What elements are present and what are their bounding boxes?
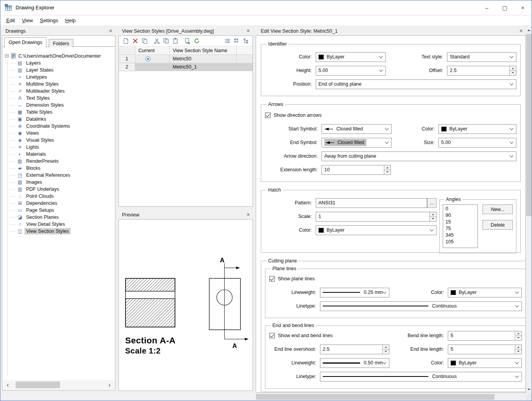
scroll-thumb[interactable] xyxy=(256,394,495,400)
tree-item[interactable]: ◉ Views xyxy=(17,130,115,137)
delete-style-button[interactable] xyxy=(131,37,140,45)
hatch-color-select[interactable]: ByLayer xyxy=(316,225,437,235)
menu-view[interactable]: View xyxy=(18,16,36,25)
tree-item[interactable]: ▤ Layers xyxy=(17,60,115,67)
angles-listbox[interactable]: 0901575345105 xyxy=(443,204,478,248)
tree-view-button[interactable] xyxy=(241,37,251,45)
end-symbol-select[interactable]: Closed filled xyxy=(322,138,392,148)
plane-linetype-select[interactable]: Continuous xyxy=(320,301,522,311)
show-direction-arrows-label[interactable]: Show direction arrows xyxy=(274,113,322,118)
scroll-thumb[interactable] xyxy=(16,382,60,388)
tree-item[interactable]: ▥ Layer States xyxy=(17,67,115,74)
tree-item[interactable]: ≡ Multiline Styles xyxy=(17,81,115,88)
spin-up-button[interactable] xyxy=(430,212,436,216)
end-linetype-select[interactable]: Continuous xyxy=(320,372,522,382)
spin-down-button[interactable] xyxy=(510,70,516,75)
close-icon[interactable]: × xyxy=(247,28,250,34)
tree-item[interactable]: ▥ PDF Underlays xyxy=(17,186,115,193)
end-line-length-spinner[interactable]: 5 xyxy=(448,345,522,354)
refresh-button[interactable] xyxy=(192,37,201,45)
hatch-scale-spinner[interactable]: 1 xyxy=(316,212,437,222)
scroll-right-icon[interactable]: › xyxy=(104,380,115,390)
tab-open-drawings[interactable]: Open Drawings xyxy=(4,37,46,48)
column-style-name[interactable]: View Section Style Name xyxy=(170,46,237,55)
angle-list-item[interactable]: 105 xyxy=(443,239,477,245)
spin-down-button[interactable] xyxy=(515,349,521,354)
paste-button[interactable] xyxy=(171,37,180,45)
minimize-button[interactable]: – xyxy=(478,0,496,15)
spin-down-button[interactable] xyxy=(384,170,391,174)
spin-down-button[interactable] xyxy=(430,216,436,221)
tree-item[interactable]: ↔ Dimension Styles xyxy=(17,102,115,109)
show-plane-lines-checkbox[interactable] xyxy=(269,276,275,281)
tree-item[interactable]: ≈ Linetypes xyxy=(17,74,115,81)
cut-button[interactable] xyxy=(152,37,161,45)
end-color-select[interactable]: ByLayer xyxy=(448,358,522,368)
detail-view-button[interactable] xyxy=(232,37,241,45)
spin-down-button[interactable] xyxy=(515,336,521,340)
list-view-button[interactable] xyxy=(223,37,232,45)
maximize-button[interactable]: ▢ xyxy=(496,0,514,15)
close-icon[interactable]: × xyxy=(520,28,523,34)
menu-settings[interactable]: Settings xyxy=(36,16,62,25)
bottom-horizontal-scrollbar[interactable] xyxy=(256,394,526,400)
identifier-color-select[interactable]: ByLayer xyxy=(316,52,386,62)
close-icon[interactable]: × xyxy=(247,211,250,218)
tree-item[interactable]: ∴ Point Clouds xyxy=(17,193,115,200)
plane-lineweight-select[interactable]: 0.25 mm xyxy=(320,288,389,297)
tree-item[interactable]: ▰ Blocks xyxy=(17,165,115,172)
tree-item[interactable]: ▣ Datalinks xyxy=(17,116,115,123)
tree-item[interactable]: ⊞ Dependencies xyxy=(17,200,115,207)
menu-edit[interactable]: Edit xyxy=(3,16,18,25)
new-style-button[interactable] xyxy=(121,37,131,45)
scroll-down-icon[interactable] xyxy=(526,387,532,393)
angle-new-button[interactable]: New... xyxy=(483,204,513,214)
horizontal-scrollbar[interactable]: ‹ › xyxy=(3,380,115,390)
style-name[interactable]: Metric50_1 xyxy=(170,63,237,71)
angle-list-item[interactable]: 75 xyxy=(443,225,477,232)
tree-item[interactable]: ↗ Multileader Styles xyxy=(17,88,115,95)
extension-length-spinner[interactable]: 10 xyxy=(322,165,391,175)
end-lineweight-select[interactable]: 0.50 mm xyxy=(320,358,389,368)
tree-item[interactable]: ⊕ Coordinate Systems xyxy=(17,123,115,130)
copy-style-button[interactable] xyxy=(140,37,149,45)
tree-item[interactable]: ◈ Visual Styles xyxy=(17,137,115,144)
show-end-bend-lines-checkbox[interactable] xyxy=(269,333,275,338)
arrow-size-select[interactable]: 5.00 xyxy=(438,138,516,148)
copy-button[interactable] xyxy=(161,37,171,45)
vertical-scrollbar[interactable] xyxy=(526,27,532,393)
tree-item[interactable]: ▧ Images xyxy=(17,179,115,186)
spin-up-button[interactable] xyxy=(515,331,521,336)
arrow-color-select[interactable]: ByLayer xyxy=(438,124,516,134)
scroll-thumb[interactable] xyxy=(526,34,532,216)
scroll-left-icon[interactable]: ‹ xyxy=(3,380,13,390)
spin-up-button[interactable] xyxy=(383,345,389,349)
tree-item[interactable]: ◪ Section Planes xyxy=(17,214,115,221)
show-direction-arrows-checkbox[interactable] xyxy=(265,113,270,118)
menu-help[interactable]: Help xyxy=(62,16,79,25)
angle-list-item[interactable]: 0 xyxy=(443,206,477,212)
bend-line-length-spinner[interactable]: 5 xyxy=(448,331,522,341)
tree-item[interactable]: ◫ View Section Styles xyxy=(17,228,115,235)
arrow-direction-select[interactable]: Away from cutting plane xyxy=(322,151,516,161)
text-style-select[interactable]: Standard xyxy=(447,52,516,62)
offset-spinner[interactable]: 2.5 xyxy=(447,66,516,76)
collapse-icon[interactable] xyxy=(5,54,9,58)
end-line-overshoot-spinner[interactable]: 2.5 xyxy=(320,345,389,354)
tree-item[interactable]: ◐ Materials xyxy=(17,151,115,158)
show-plane-lines-label[interactable]: Show plane lines xyxy=(278,276,315,281)
angle-list-item[interactable]: 15 xyxy=(443,219,477,225)
tree-item[interactable]: ▦ Table Styles xyxy=(17,109,115,116)
pattern-input[interactable] xyxy=(316,198,427,208)
plane-color-select[interactable]: ByLayer xyxy=(448,288,522,297)
height-select[interactable]: 5.00 xyxy=(316,66,386,76)
show-end-bend-lines-label[interactable]: Show end and bend lines xyxy=(278,333,332,338)
angle-list-item[interactable]: 345 xyxy=(443,232,477,239)
tab-folders[interactable]: Folders xyxy=(49,39,74,47)
regen-button[interactable] xyxy=(183,37,192,45)
style-name[interactable]: Metric50 xyxy=(170,55,237,63)
tree-item[interactable]: ☀ Lights xyxy=(17,144,115,151)
table-row-selected[interactable]: 2 Metric50_1 xyxy=(119,63,253,71)
table-row[interactable]: 1 Metric50 xyxy=(119,55,253,63)
spin-up-button[interactable] xyxy=(384,165,391,170)
